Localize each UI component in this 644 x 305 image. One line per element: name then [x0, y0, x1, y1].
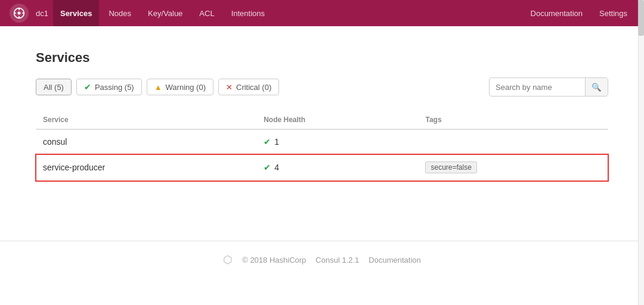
col-node-health: Node Health [256, 111, 418, 129]
footer: ⬡ © 2018 HashiCorp Consul 1.2.1 Document… [0, 241, 644, 278]
nav-documentation[interactable]: Documentation [524, 0, 590, 26]
col-service: Service [36, 111, 256, 129]
footer-version: Consul 1.2.1 [315, 256, 359, 264]
scrollbar-thumb[interactable] [638, 0, 644, 36]
main-content: Services All (5) ✔ Passing (5) ▲ Warning… [0, 26, 644, 205]
filter-bar: All (5) ✔ Passing (5) ▲ Warning (0) ✕ Cr… [36, 77, 608, 97]
node-health: ✔ 4 [256, 154, 418, 181]
nav-intentions[interactable]: Intentions [224, 0, 272, 26]
col-tags: Tags [418, 111, 608, 129]
nav-right: Documentation Settings [524, 0, 634, 26]
service-tags: secure=false [418, 154, 608, 181]
table-row[interactable]: consul ✔ 1 [36, 129, 608, 154]
service-tags [418, 129, 608, 154]
health-badge: ✔ 1 [264, 137, 411, 147]
nav-nodes[interactable]: Nodes [101, 0, 138, 26]
nav-services[interactable]: Services [53, 0, 100, 26]
nav-settings[interactable]: Settings [592, 0, 634, 26]
hashicorp-logo-icon: ⬡ [223, 253, 233, 266]
table-row-highlighted[interactable]: service-producer ✔ 4 secure=false [36, 154, 608, 181]
search-button[interactable]: 🔍 [585, 78, 608, 96]
footer-copyright: © 2018 HashiCorp [242, 256, 306, 264]
table-body: consul ✔ 1 service-producer ✔ 4 [36, 129, 608, 181]
tag-badge: secure=false [425, 161, 476, 173]
node-health: ✔ 1 [256, 129, 418, 154]
critical-icon: ✕ [226, 83, 233, 92]
top-navigation: dc1 Services Nodes Key/Value ACL Intenti… [0, 0, 644, 26]
page-title: Services [36, 50, 608, 66]
filter-warning[interactable]: ▲ Warning (0) [147, 79, 213, 95]
nav-keyvalue[interactable]: Key/Value [141, 0, 190, 26]
datacenter-label: dc1 [36, 9, 48, 18]
filter-passing-label: Passing (5) [95, 83, 134, 92]
health-badge: ✔ 4 [264, 163, 411, 172]
health-count: 1 [274, 137, 279, 147]
filter-passing[interactable]: ✔ Passing (5) [76, 79, 142, 95]
filter-critical-label: Critical (0) [236, 83, 271, 92]
health-check-icon: ✔ [264, 163, 271, 172]
search-icon: 🔍 [592, 83, 602, 92]
svg-point-1 [18, 12, 21, 15]
service-name: service-producer [36, 154, 256, 181]
search-box: 🔍 [489, 77, 608, 97]
filter-warning-label: Warning (0) [166, 83, 206, 92]
health-count: 4 [274, 163, 279, 172]
filter-all[interactable]: All (5) [36, 79, 72, 95]
health-check-icon: ✔ [264, 137, 271, 147]
table-header: Service Node Health Tags [36, 111, 608, 129]
service-name: consul [36, 129, 256, 154]
scrollbar-track [638, 0, 644, 278]
warning-icon: ▲ [154, 83, 162, 92]
filter-tabs: All (5) ✔ Passing (5) ▲ Warning (0) ✕ Cr… [36, 79, 279, 95]
filter-critical[interactable]: ✕ Critical (0) [218, 79, 279, 95]
search-input[interactable] [490, 83, 585, 92]
consul-logo [10, 4, 29, 23]
services-table: Service Node Health Tags consul ✔ 1 serv… [36, 111, 608, 181]
filter-all-label: All (5) [44, 83, 64, 92]
nav-left: dc1 Services Nodes Key/Value ACL Intenti… [10, 0, 272, 26]
passing-check-icon: ✔ [84, 82, 91, 92]
footer-docs-link[interactable]: Documentation [369, 256, 420, 264]
nav-acl[interactable]: ACL [192, 0, 221, 26]
